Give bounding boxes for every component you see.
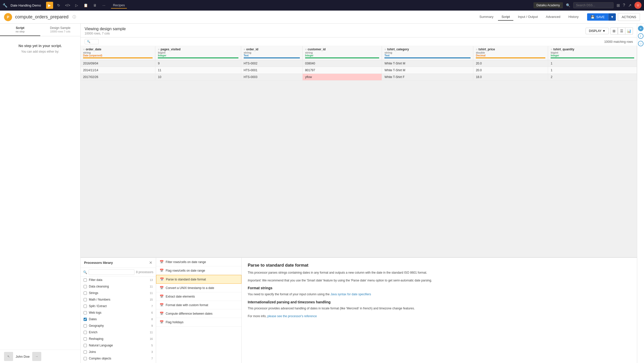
proc-list-item[interactable]: 📅 Flag rows/cells on date range [156,266,241,275]
proc-category-name: Math / Numbers [89,298,148,301]
save-dropdown-button[interactable]: ▼ [608,13,616,21]
table-row: 2016/09/049HTS-0002038040White T-Shirt M… [81,60,637,67]
proc-category-checkbox[interactable] [84,331,87,334]
grid-icon[interactable]: ⊞ [617,3,620,8]
proc-category-filter-data[interactable]: Filter data 13 [81,277,156,283]
proc-category-checkbox[interactable] [84,311,87,314]
proc-category-checkbox[interactable] [84,337,87,341]
deploy-icon-btn[interactable]: 📋 [82,2,89,9]
info-sidebar-icon[interactable]: i [638,33,643,39]
actions-button[interactable]: ACTIONS [618,13,640,21]
proc-item-label: Filter rows/cells on date range [166,260,206,264]
add-icon[interactable]: + [638,26,643,31]
grid-view-btn[interactable]: ⊞ [610,27,618,34]
proc-list-item[interactable]: 📅 Filter rows/cells on date range [156,258,241,266]
proc-item-label: Extract date elements [166,295,195,298]
nav-advanced[interactable]: Advanced [542,13,564,21]
close-proc-library-btn[interactable]: ✕ [149,260,152,265]
viewing-subtitle: 10000 rows, 7 cols [85,32,126,35]
play-icon-btn[interactable]: ▷ [73,2,80,9]
proc-list-item[interactable]: 📅 Format date with custom format [156,301,241,309]
proc-category-code[interactable]: Code 4 [81,362,156,363]
table-cell: 18.0 [473,74,548,81]
proc-search-input[interactable] [89,269,134,275]
proc-category-math-/-numbers[interactable]: Math / Numbers 15 [81,296,156,303]
table-header-tshirt_category: ≡ tshirt_category string Text [382,46,473,60]
proc-list-item[interactable]: 📅 Parse to standard date format [156,275,241,284]
proc-category-dates[interactable]: Dates 8 [81,316,156,322]
nav-script[interactable]: Script [498,13,513,21]
table-cell: yflow [302,74,382,81]
proc-category-checkbox[interactable] [84,278,87,282]
proc-categories-list: Filter data 13 Data cleansing 11 Strings… [81,277,156,363]
proc-list-item[interactable]: 📅 Flag holidays [156,318,241,326]
table-row: 2014/11/1411HTS-0001801797White T-Shirt … [81,67,637,74]
proc-category-name: Dates [89,317,149,321]
table-cell: HTS-0003 [241,74,302,81]
nav-history[interactable]: History [565,13,582,21]
trending-icon[interactable]: ↗ [628,3,631,8]
proc-list-item[interactable]: 📅 Convert a UNIX timestamp to a date [156,284,241,292]
proc-category-natural-language[interactable]: Natural Language 5 [81,342,156,349]
proc-item-label: Format date with custom format [166,303,208,307]
proc-category-enrich[interactable]: Enrich 11 [81,329,156,336]
proc-category-name: Complex objects [89,357,149,360]
user-avatar[interactable]: U [634,2,641,9]
help-icon[interactable]: ? [623,3,625,8]
recipe-icon-btn[interactable]: ▶ [46,2,53,9]
proc-category-checkbox[interactable] [84,344,87,347]
display-button[interactable]: DISPLAY ▼ [586,28,609,34]
recipes-nav-btn[interactable]: Recipes [111,2,127,9]
nav-input-output[interactable]: Input / Output [514,13,541,21]
circle-sidebar-icon[interactable]: ○ [638,41,643,46]
proc-category-checkbox[interactable] [84,298,87,301]
table-header-customer_id: ≡ customer_id string Integer [302,46,382,60]
proc-category-checkbox[interactable] [84,318,87,321]
proc-item-label: Parse to standard date format [166,278,206,281]
proc-category-count: 6 [151,311,153,314]
proc-category-geography[interactable]: Geography 9 [81,322,156,329]
monitor-icon-btn[interactable]: 🖥 [91,2,98,9]
script-tab-sub: no step [3,30,38,33]
table-scroll[interactable]: ≡ order_date string Date (unparsed) ≡ pa… [81,46,637,257]
proc-item-label: Compute difference between dates [166,312,212,315]
dataiku-academy-btn[interactable]: Dataiku Academy [533,2,563,8]
save-button[interactable]: 💾 SAVE [587,13,608,21]
proc-category-checkbox[interactable] [84,305,87,308]
proc-format-desc-text: You need to specify the format of your i… [248,293,330,296]
more-icon-btn[interactable]: ··· [100,2,108,9]
script-tab[interactable]: Script no step [0,24,40,36]
table-cell: 2016/09/04 [81,60,155,67]
refresh-icon-btn[interactable]: ↻ [55,2,62,9]
proc-category-joins[interactable]: Joins 3 [81,349,156,355]
proc-category-data-cleansing[interactable]: Data cleansing 11 [81,283,156,290]
global-search-input[interactable] [573,2,614,8]
proc-category-strings[interactable]: Strings 11 [81,290,156,296]
chart-view-btn[interactable]: 📊 [625,27,633,34]
no-step-desc: You can add steps either by: [5,50,75,53]
nav-summary[interactable]: Summary [476,13,497,21]
design-sample-tab[interactable]: Design Sample 10000 rows 7 cols [40,24,81,36]
right-sidebar: + i ○ [637,24,644,363]
list-view-btn[interactable]: ☰ [618,27,625,34]
proc-category-checkbox[interactable] [84,292,87,295]
proc-category-split-/-extract[interactable]: Split / Extract 7 [81,303,156,309]
proc-category-checkbox[interactable] [84,357,87,360]
code-icon-btn[interactable]: </> [64,2,71,9]
proc-format-link[interactable]: Java syntax for date specifiers [330,293,371,296]
proc-list-item[interactable]: 📅 Extract date elements [156,292,241,301]
proc-category-complex-objects[interactable]: Complex objects 7 [81,355,156,362]
save-label: SAVE [596,15,605,19]
proc-category-checkbox[interactable] [84,324,87,328]
proc-more-info-text: For more info, [248,314,267,318]
proc-category-count: 9 [151,324,153,327]
proc-category-checkbox[interactable] [84,350,87,354]
table-cell: White T-Shirt M [382,67,473,74]
proc-category-reshaping[interactable]: Reshaping 16 [81,336,156,342]
processor-detail: Parse to standard date format This proce… [242,258,637,363]
proc-category-checkbox[interactable] [84,285,87,288]
proc-category-web-logs[interactable]: Web logs 6 [81,309,156,316]
proc-list-item[interactable]: 📅 Compute difference between dates [156,309,241,318]
proc-more-info-link[interactable]: please see the processor's reference [267,314,317,318]
proc-intl-desc: This processor provides advanced handlin… [248,306,631,311]
